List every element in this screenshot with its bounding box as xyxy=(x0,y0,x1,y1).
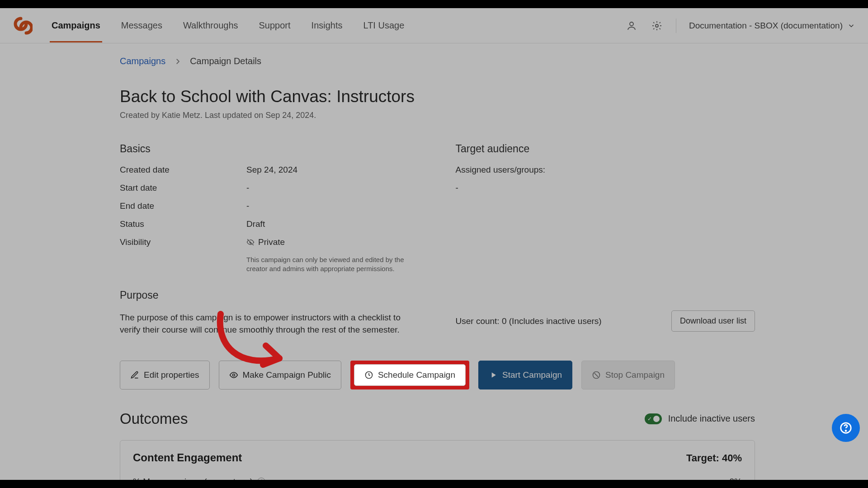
start-date-label: Start date xyxy=(120,183,246,193)
created-date-value: Sep 24, 2024 xyxy=(246,165,297,175)
end-date-label: End date xyxy=(120,201,246,211)
page-title: Back to School with Canvas: Instructors xyxy=(120,87,755,106)
user-count: User count: 0 (Includes inactive users) xyxy=(456,316,602,326)
created-date-label: Created date xyxy=(120,165,246,175)
svg-point-2 xyxy=(232,374,235,376)
chevron-down-icon xyxy=(847,22,855,30)
tab-messages[interactable]: Messages xyxy=(119,9,164,42)
stop-campaign-button[interactable]: Stop Campaign xyxy=(581,361,675,389)
action-row: Edit properties Make Campaign Public Sch… xyxy=(120,361,755,389)
end-date-value: - xyxy=(246,201,249,211)
audience-heading: Target audience xyxy=(456,143,755,155)
visibility-description: This campaign can only be viewed and edi… xyxy=(246,255,420,274)
account-switcher[interactable]: Documentation - SBOX (documentation) xyxy=(689,21,855,31)
top-nav: Campaigns Messages Walkthroughs Support … xyxy=(0,8,868,43)
breadcrumb-root[interactable]: Campaigns xyxy=(120,56,165,66)
visibility-value: Private xyxy=(258,237,285,247)
tab-campaigns[interactable]: Campaigns xyxy=(50,9,102,42)
edit-properties-label: Edit properties xyxy=(144,370,199,380)
nav-divider xyxy=(676,19,676,33)
user-icon[interactable] xyxy=(625,19,638,32)
tab-lti-usage[interactable]: LTI Usage xyxy=(362,9,406,42)
include-inactive-label: Include inactive users xyxy=(668,413,755,424)
make-public-button[interactable]: Make Campaign Public xyxy=(219,361,341,389)
breadcrumb-current: Campaign Details xyxy=(190,56,261,66)
edit-properties-button[interactable]: Edit properties xyxy=(120,361,210,389)
page-subtitle: Created by Katie Metz. Last updated on S… xyxy=(120,111,755,120)
basics-heading: Basics xyxy=(120,143,420,155)
check-icon: ✓ xyxy=(647,416,652,422)
clock-icon xyxy=(364,371,373,380)
tab-support[interactable]: Support xyxy=(257,9,292,42)
account-name: Documentation - SBOX (documentation) xyxy=(689,21,843,31)
stop-campaign-label: Stop Campaign xyxy=(605,370,665,380)
highlight-annotation: Schedule Campaign xyxy=(350,361,469,389)
eye-off-icon xyxy=(246,238,255,246)
download-user-list-button[interactable]: Download user list xyxy=(671,310,755,332)
start-campaign-label: Start Campaign xyxy=(502,370,562,380)
stop-icon xyxy=(592,371,601,380)
play-icon xyxy=(489,371,498,380)
svg-point-6 xyxy=(845,430,846,431)
brand-logo xyxy=(13,16,33,36)
visibility-label: Visibility xyxy=(120,237,246,247)
purpose-text: The purpose of this campaign is to empow… xyxy=(120,311,418,336)
tab-insights[interactable]: Insights xyxy=(310,9,344,42)
make-public-label: Make Campaign Public xyxy=(243,370,331,380)
nav-tabs: Campaigns Messages Walkthroughs Support … xyxy=(50,9,406,42)
help-fab[interactable] xyxy=(832,414,860,442)
status-value: Draft xyxy=(246,219,265,229)
outcomes-heading: Outcomes xyxy=(120,410,188,427)
svg-point-1 xyxy=(656,24,658,27)
start-campaign-button[interactable]: Start Campaign xyxy=(478,361,572,389)
schedule-campaign-button[interactable]: Schedule Campaign xyxy=(354,364,466,386)
eye-icon xyxy=(229,371,238,380)
pencil-icon xyxy=(130,371,139,380)
tab-walkthroughs[interactable]: Walkthroughs xyxy=(181,9,240,42)
settings-icon[interactable] xyxy=(651,19,663,32)
outcome-card-title: Content Engagement xyxy=(133,451,242,464)
purpose-heading: Purpose xyxy=(120,289,420,301)
schedule-campaign-label: Schedule Campaign xyxy=(378,370,455,380)
include-inactive-toggle[interactable]: ✓ xyxy=(645,413,662,424)
status-label: Status xyxy=(120,219,246,229)
svg-point-0 xyxy=(630,22,633,26)
chevron-right-icon xyxy=(174,57,182,66)
outcome-target: Target: 40% xyxy=(686,452,742,464)
breadcrumb: Campaigns Campaign Details xyxy=(120,56,755,66)
start-date-value: - xyxy=(246,183,249,193)
assigned-label: Assigned users/groups: xyxy=(456,165,546,175)
assigned-value: - xyxy=(456,183,458,193)
